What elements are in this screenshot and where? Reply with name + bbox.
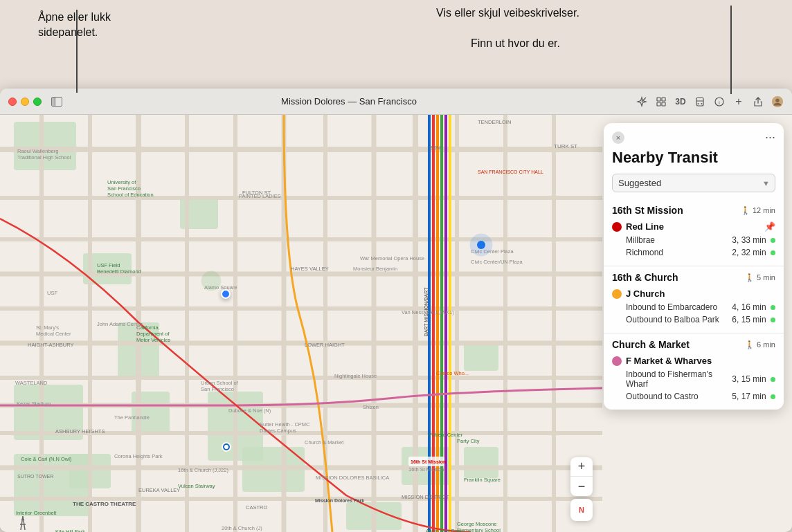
- f-market-name: F Market & Wharves: [626, 356, 712, 366]
- dest-balboa: Outbound to Balboa Park: [626, 315, 732, 324]
- map-container[interactable]: TURK ST FULTON ST TENDERLOIN HAYES VALLE…: [0, 115, 792, 532]
- route-red-line: Red Line 📌 Millbrae 3, 33 min Richmond: [604, 219, 784, 262]
- svg-text:16th & Church (J,J22): 16th & Church (J,J22): [178, 467, 228, 473]
- panel-close-button[interactable]: ×: [612, 131, 624, 144]
- transit-row-castro: Outbound to Castro 5, 17 min: [612, 390, 775, 403]
- svg-text:University of: University of: [107, 179, 136, 185]
- svg-text:Elementary School: Elementary School: [457, 527, 501, 532]
- transit-section-16th-church: 16th & Church 🚶 5 min J Church Inbound t…: [604, 266, 784, 333]
- walk-icon-market: 🚶: [745, 340, 755, 349]
- svg-text:St. Mary's: St. Mary's: [36, 324, 59, 331]
- share-icon[interactable]: [752, 95, 764, 108]
- map-controls: + − N: [570, 457, 593, 521]
- transit-row-richmond: Richmond 2, 32 min: [612, 246, 775, 259]
- svg-text:PAINTED LADIES: PAINTED LADIES: [239, 193, 281, 199]
- svg-text:Van Ness (J,K,L,M,K1): Van Ness (J,K,L,M,K1): [402, 309, 454, 315]
- compass[interactable]: N: [570, 499, 593, 521]
- time-millbrae: 3, 33 min: [732, 235, 775, 245]
- time-richmond: 2, 32 min: [732, 248, 775, 257]
- svg-point-133: [201, 271, 221, 291]
- minimize-button[interactable]: [21, 98, 29, 106]
- svg-text:MISSION DISTRICT: MISSION DISTRICT: [402, 494, 449, 500]
- svg-text:USF: USF: [47, 290, 57, 296]
- svg-point-130: [224, 445, 228, 449]
- location-icon[interactable]: [636, 95, 648, 108]
- transit-row-balboa: Outbound to Balboa Park 6, 15 min: [612, 313, 775, 326]
- transit-section-church-market: Church & Market 🚶 6 min F Market & Wharv…: [604, 333, 784, 410]
- svg-text:Civic Center/UN Plaza: Civic Center/UN Plaza: [471, 259, 523, 265]
- section-16th-mission-name: 16th St Mission: [612, 205, 683, 216]
- svg-text:Kite Hill Park: Kite Hill Park: [55, 529, 85, 532]
- map-layers-icon[interactable]: [655, 95, 667, 108]
- f-market-dot: [612, 356, 622, 366]
- svg-text:Alioto Mini Park: Alioto Mini Park: [426, 528, 462, 532]
- threed-button[interactable]: 3D: [674, 95, 687, 108]
- svg-text:TURK ST: TURK ST: [554, 143, 577, 149]
- sidebar-panel-header: × ···: [604, 123, 784, 149]
- transit-icon[interactable]: [694, 95, 706, 108]
- info-icon[interactable]: i: [713, 95, 726, 108]
- svg-text:San Francisco: San Francisco: [201, 386, 234, 392]
- transit-section-16th-mission: 16th St Mission 🚶 12 min Red Line 📌: [604, 199, 784, 266]
- svg-text:MISSION DOLORES BASILICA: MISSION DOLORES BASILICA: [316, 475, 389, 481]
- annotation-left-line: [76, 10, 78, 93]
- add-icon[interactable]: +: [732, 95, 745, 108]
- realtime-indicator-3: [771, 305, 775, 310]
- close-button[interactable]: [8, 98, 17, 106]
- svg-text:CASTRO: CASTRO: [246, 504, 267, 511]
- zoom-out-button[interactable]: −: [570, 477, 593, 496]
- svg-point-6: [698, 103, 699, 104]
- svg-text:The Panhandle: The Panhandle: [114, 414, 150, 421]
- svg-text:i: i: [719, 100, 720, 106]
- f-market-header: F Market & Wharves: [612, 356, 775, 366]
- traffic-lights: [8, 98, 42, 106]
- maximize-button[interactable]: [33, 98, 42, 106]
- panel-more-button[interactable]: ···: [765, 130, 775, 145]
- section-16th-church-name: 16th & Church: [612, 272, 678, 283]
- svg-point-132: [477, 241, 485, 249]
- j-church-header: J Church: [612, 288, 775, 299]
- walk-time-church: 5 min: [757, 273, 775, 282]
- time-fishermans: 3, 15 min: [732, 374, 775, 384]
- j-church-dot: [612, 289, 622, 299]
- zoom-in-button[interactable]: +: [570, 457, 593, 477]
- time-castro: 5, 17 min: [732, 392, 775, 401]
- zoom-control: + −: [570, 457, 593, 496]
- section-16th-church-walk: 🚶 5 min: [745, 273, 775, 282]
- svg-point-12: [775, 98, 779, 102]
- svg-text:War Memorial Opera House: War Memorial Opera House: [360, 255, 424, 262]
- route-j-church: J Church Inbound to Embarcadero 4, 16 mi…: [604, 286, 784, 329]
- svg-text:HAYES VALLEY: HAYES VALLEY: [291, 266, 329, 272]
- svg-text:Church & Market: Church & Market: [305, 439, 344, 446]
- svg-text:Party City: Party City: [457, 438, 480, 444]
- section-church-market-name: Church & Market: [612, 339, 690, 350]
- svg-text:SAN FRANCISCO CITY HALL: SAN FRANCISCO CITY HALL: [478, 169, 543, 174]
- svg-text:School of Education: School of Education: [107, 192, 154, 198]
- svg-rect-15: [14, 122, 76, 170]
- realtime-indicator: [771, 238, 775, 243]
- svg-text:Mission Dolores Park: Mission Dolores Park: [315, 498, 364, 503]
- pin-icon: 📌: [764, 221, 775, 232]
- svg-rect-4: [662, 102, 665, 106]
- svg-text:Potrero Center: Potrero Center: [429, 432, 463, 438]
- svg-text:Vulcan Stairway: Vulcan Stairway: [178, 483, 215, 489]
- avatar-icon[interactable]: [771, 95, 784, 108]
- dest-castro: Outbound to Castro: [626, 392, 732, 401]
- svg-text:Corona Heights Park: Corona Heights Park: [114, 453, 163, 459]
- svg-text:Costco Who...: Costco Who...: [436, 370, 469, 376]
- svg-text:16th St Mission: 16th St Mission: [408, 466, 444, 473]
- svg-text:Cole & Carl (N,N Owl): Cole & Carl (N,N Owl): [21, 456, 72, 462]
- svg-text:THE CASTRO THEATRE: THE CASTRO THEATRE: [73, 501, 136, 507]
- sort-dropdown[interactable]: Suggested By Distance By Name: [612, 174, 775, 192]
- svg-text:Davies Campus: Davies Campus: [260, 428, 296, 434]
- svg-text:Benedetti Diamond: Benedetti Diamond: [97, 268, 141, 275]
- transit-row-embarcadero: Inbound to Embarcadero 4, 16 min: [612, 301, 775, 313]
- app-window: Mission Dolores — San Francisco 3D: [0, 89, 792, 532]
- walk-icon-church: 🚶: [745, 273, 755, 282]
- section-16th-mission-header: 16th St Mission 🚶 12 min: [604, 199, 784, 219]
- sidebar-toggle-button[interactable]: [51, 97, 62, 107]
- svg-text:Urban School of: Urban School of: [201, 380, 239, 386]
- svg-rect-1: [657, 98, 660, 101]
- svg-text:Traditional High School: Traditional High School: [17, 154, 71, 160]
- svg-rect-27: [464, 447, 498, 478]
